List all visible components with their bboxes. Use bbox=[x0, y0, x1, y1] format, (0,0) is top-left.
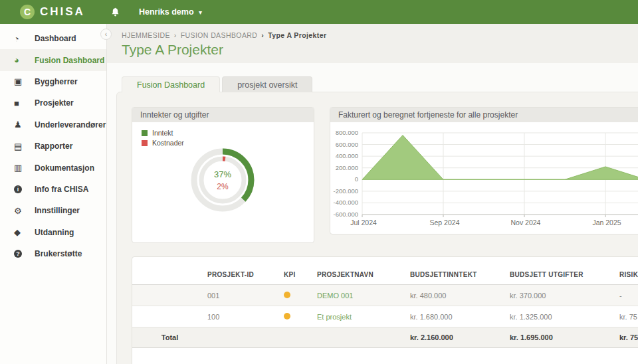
cell-risiko: - bbox=[619, 292, 638, 300]
cell-budsjett-utgifter: kr. 1.325.000 bbox=[510, 313, 619, 321]
sidebar-item-label: Rapporter bbox=[35, 141, 72, 151]
pie-chart-icon: ◕ bbox=[14, 55, 27, 65]
breadcrumb-separator-icon: › bbox=[174, 31, 177, 39]
cell-kpi bbox=[284, 292, 317, 300]
table-header-row: PROSJEKT-IDKPIPROSJEKTNAVNBUDSJETTINNTEK… bbox=[132, 265, 638, 285]
tab-bar: Fusion Dashboardprosjekt oversikt bbox=[122, 76, 314, 92]
cell-risiko: kr. 75 bbox=[619, 313, 638, 321]
profit-chart-card-title: Fakturert og beregnet fortjeneste for al… bbox=[330, 108, 638, 122]
sidebar-item-brukerst-tte[interactable]: ?Brukerstøtte bbox=[0, 243, 106, 264]
sidebar-item-label: Fusion Dashboard bbox=[35, 56, 104, 65]
help-icon: ? bbox=[14, 250, 27, 258]
breadcrumb-link[interactable]: FUSION DASHBOARD bbox=[181, 31, 258, 39]
sidebar-item-label: Brukerstøtte bbox=[35, 249, 82, 258]
svg-text:-200.000: -200.000 bbox=[333, 187, 358, 195]
notifications-button[interactable] bbox=[110, 7, 120, 17]
sidebar-item-dashboard[interactable]: ◔Dashboard bbox=[0, 28, 106, 49]
sidebar-item-fusion-dashboard[interactable]: ◕Fusion Dashboard bbox=[0, 49, 106, 70]
cell-budsjettinntekt: kr. 480.000 bbox=[410, 292, 510, 300]
table-row: 100Et prosjektkr. 1.680.000kr. 1.325.000… bbox=[132, 306, 638, 327]
cell-budsjettinntekt: kr. 1.680.000 bbox=[410, 313, 510, 321]
project-link[interactable]: Et prosjekt bbox=[317, 313, 352, 321]
gear-icon: ⚙ bbox=[14, 206, 27, 216]
tab-prosjekt-oversikt[interactable]: prosjekt oversikt bbox=[222, 76, 312, 92]
table-total-row: Totalkr. 2.160.000kr. 1.695.000kr. 75 bbox=[132, 327, 638, 348]
info-icon: i bbox=[14, 185, 22, 193]
cell-prosjekt-id: 001 bbox=[207, 292, 284, 300]
svg-text:600.000: 600.000 bbox=[336, 141, 358, 148]
svg-text:-400.000: -400.000 bbox=[333, 199, 358, 206]
main-content: HJEMMESIDE›FUSION DASHBOARD›Type A Proje… bbox=[107, 24, 638, 364]
info-icon: i bbox=[14, 185, 27, 193]
income-expense-card-title: Inntekter og utgifter bbox=[132, 108, 314, 122]
chevron-down-icon: ▾ bbox=[199, 9, 202, 16]
graduation-cap-icon: ◆ bbox=[14, 227, 27, 237]
sidebar-item-dokumentasjon[interactable]: ▥Dokumentasjon bbox=[0, 157, 106, 178]
total-budsjett-utgifter: kr. 1.695.000 bbox=[510, 333, 619, 341]
column-header-budsjett-utgifter: BUDSJETT UTGIFTER bbox=[510, 271, 619, 278]
svg-text:200.000: 200.000 bbox=[336, 164, 358, 171]
report-icon: ▤ bbox=[14, 141, 27, 151]
column-header-prosjekt-id: PROSJEKT-ID bbox=[207, 271, 284, 278]
legend-label: Inntekt bbox=[152, 129, 173, 137]
column-header-risiko: RISIKO bbox=[619, 271, 638, 278]
cell-prosjektnavn: DEMO 001 bbox=[317, 292, 410, 300]
cost-percent: 2% bbox=[217, 182, 228, 191]
sidebar-item-label: Info fra CHISA bbox=[35, 185, 88, 194]
user-menu-label: Henriks demo bbox=[139, 7, 194, 17]
chisa-logo[interactable]: C CHISA bbox=[20, 5, 85, 19]
sidebar-item-label: Byggherrer bbox=[35, 77, 78, 86]
sidebar-item-innstillinger[interactable]: ⚙Innstillinger bbox=[0, 200, 106, 221]
table-row: 001DEMO 001kr. 480.000kr. 370.000- bbox=[132, 285, 638, 306]
breadcrumb: HJEMMESIDE›FUSION DASHBOARD›Type A Proje… bbox=[122, 31, 638, 39]
book-icon: ▥ bbox=[14, 163, 27, 173]
chisa-logo-icon: C bbox=[20, 5, 35, 19]
area-chart: 800.000600.000400.000200.0000-200.000-40… bbox=[330, 122, 638, 234]
svg-text:Jul 2024: Jul 2024 bbox=[350, 219, 377, 227]
sidebar: ◔Dashboard◕Fusion Dashboard▣Byggherrer■P… bbox=[0, 24, 107, 364]
user-menu[interactable]: Henriks demo ▾ bbox=[139, 7, 202, 17]
profit-chart-card: Fakturert og beregnet fortjeneste for al… bbox=[330, 107, 638, 234]
sidebar-item-prosjekter[interactable]: ■Prosjekter bbox=[0, 92, 106, 114]
tab-fusion-dashboard[interactable]: Fusion Dashboard bbox=[122, 76, 220, 92]
cell-budsjett-utgifter: kr. 370.000 bbox=[510, 292, 619, 300]
income-expense-card: Inntekter og utgifter InntektKostnader 3… bbox=[132, 107, 314, 243]
svg-text:Sep 2024: Sep 2024 bbox=[430, 219, 460, 227]
svg-text:-600.000: -600.000 bbox=[333, 211, 358, 218]
svg-text:0: 0 bbox=[355, 175, 358, 183]
projects-table: PROSJEKT-IDKPIPROSJEKTNAVNBUDSJETTINNTEK… bbox=[132, 265, 638, 348]
sidebar-item-label: Innstillinger bbox=[35, 206, 80, 215]
sidebar-item-label: Prosjekter bbox=[35, 98, 74, 108]
sidebar-collapse-button[interactable]: ‹ bbox=[100, 29, 112, 40]
help-icon: ? bbox=[14, 250, 22, 258]
page-title: Type A Projekter bbox=[122, 42, 638, 58]
donut-chart: 37% 2% bbox=[187, 145, 258, 215]
topbar: C CHISA Henriks demo ▾ bbox=[0, 0, 638, 24]
legend-swatch bbox=[142, 140, 148, 146]
donut-center-labels: 37% 2% bbox=[187, 145, 258, 215]
person-icon: ♟ bbox=[14, 120, 27, 130]
sidebar-item-label: Underleverandører bbox=[35, 120, 106, 130]
legend-item-inntekt: Inntekt bbox=[142, 129, 184, 137]
legend-item-kostnader: Kostnader bbox=[142, 139, 184, 147]
column-header-prosjektnavn: PROSJEKTNAVN bbox=[317, 271, 410, 278]
folder-icon: ■ bbox=[14, 98, 27, 108]
column-header-budsjettinntekt: BUDSJETTINNTEKT bbox=[410, 271, 510, 278]
sidebar-item-byggherrer[interactable]: ▣Byggherrer bbox=[0, 71, 106, 92]
breadcrumb-link[interactable]: HJEMMESIDE bbox=[122, 31, 170, 39]
sidebar-item-label: Utdanning bbox=[35, 228, 74, 237]
legend-swatch bbox=[142, 130, 148, 136]
sidebar-item-info-fra-chisa[interactable]: iInfo fra CHISA bbox=[0, 179, 106, 200]
project-link[interactable]: DEMO 001 bbox=[317, 292, 353, 300]
page-header: HJEMMESIDE›FUSION DASHBOARD›Type A Proje… bbox=[107, 24, 638, 63]
cell-prosjekt-id: 100 bbox=[207, 313, 284, 321]
cell-kpi bbox=[284, 313, 317, 321]
kpi-status-icon bbox=[284, 292, 290, 298]
sidebar-item-utdanning[interactable]: ◆Utdanning bbox=[0, 222, 106, 243]
sidebar-item-label: Dashboard bbox=[35, 34, 76, 43]
income-percent: 37% bbox=[214, 169, 231, 179]
sidebar-item-underleverand-rer[interactable]: ♟Underleverandører bbox=[0, 114, 106, 136]
column-header-kpi: KPI bbox=[284, 271, 317, 278]
brand-name: CHISA bbox=[40, 5, 85, 19]
sidebar-item-rapporter[interactable]: ▤Rapporter bbox=[0, 136, 106, 157]
